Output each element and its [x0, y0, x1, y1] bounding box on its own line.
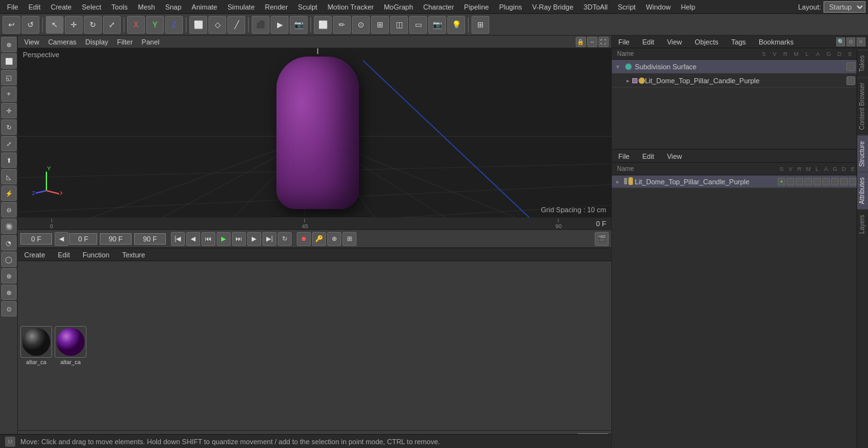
autokey-button[interactable]: 🔑 — [312, 232, 326, 246]
menu-simulate[interactable]: Simulate — [223, 2, 259, 12]
floor-button[interactable]: ▭ — [409, 16, 427, 34]
edge-mode-button[interactable]: ╱ — [227, 16, 245, 34]
light-button[interactable]: 💡 — [447, 16, 465, 34]
start-frame-input[interactable] — [20, 233, 52, 245]
undo-button[interactable]: ↩ — [3, 16, 20, 34]
motion-mode-button[interactable]: ⊕ — [327, 232, 341, 246]
attr-flag-6[interactable] — [831, 178, 839, 186]
menu-plugins[interactable]: Plugins — [494, 2, 526, 12]
sidebar-soft-select[interactable]: ◔ — [1, 235, 17, 250]
viewport-panel-menu[interactable]: Panel — [138, 37, 163, 46]
deformer-button[interactable]: ◫ — [390, 16, 408, 34]
viewport-ctrl-lock[interactable]: 🔒 — [576, 37, 586, 47]
next-keyframe-button[interactable]: ⏭ — [232, 232, 246, 246]
rotate-tool-button[interactable]: ↻ — [84, 16, 102, 34]
sidebar-rotate[interactable]: ↻ — [1, 119, 17, 135]
axis-z-button[interactable]: Z — [165, 16, 183, 34]
obj-expand-subdivision[interactable]: ▾ — [614, 63, 622, 71]
end-frame-input[interactable] — [100, 233, 132, 245]
attr-flag-7[interactable] — [840, 178, 848, 186]
material-item-1[interactable]: altar_ca — [55, 326, 86, 365]
attr-edit-menu[interactable]: Edit — [639, 152, 658, 161]
object-row-subdivision[interactable]: ▾ Subdivision Surface ✓ — [612, 60, 868, 74]
camera-button[interactable]: 📷 — [428, 16, 446, 34]
menu-3dtoall[interactable]: 3DToAll — [579, 2, 612, 12]
menu-render[interactable]: Render — [261, 2, 292, 12]
vtab-structure[interactable]: Structure — [857, 135, 868, 172]
axis-y-button[interactable]: Y — [146, 16, 164, 34]
sidebar-bevel[interactable]: ◺ — [1, 169, 17, 184]
sidebar-smooth[interactable]: ◯ — [1, 252, 17, 267]
playback-mode-button[interactable]: ⊞ — [342, 232, 356, 246]
menu-mograph[interactable]: MoGraph — [379, 2, 417, 12]
flag-s-1[interactable] — [846, 76, 855, 85]
goto-start-button[interactable]: |◀ — [171, 232, 185, 246]
attr-flag-4[interactable] — [813, 178, 821, 186]
goto-end-button[interactable]: ▶| — [262, 232, 276, 246]
material-edit-menu[interactable]: Edit — [54, 250, 74, 259]
menu-mesh[interactable]: Mesh — [133, 2, 159, 12]
vtab-attributes[interactable]: Attributes — [857, 172, 868, 209]
polygon-mode-button[interactable]: ◇ — [208, 16, 226, 34]
layout-select[interactable]: Startup — [824, 1, 865, 13]
menu-character[interactable]: Character — [419, 2, 458, 12]
sidebar-lasso[interactable]: ⌖ — [1, 86, 17, 102]
attr-flag-1[interactable] — [787, 178, 794, 186]
frame-start-arrow[interactable]: ◀ — [55, 232, 69, 246]
frame-input-1[interactable] — [69, 233, 97, 245]
scene-area[interactable]: Y X Z Perspective Grid Spacing : 10 cm — [18, 48, 611, 217]
viewport-display-menu[interactable]: Display — [81, 37, 112, 46]
viewport-filter-menu[interactable]: Filter — [113, 37, 136, 46]
menu-edit[interactable]: Edit — [24, 2, 45, 12]
viewport-view-menu[interactable]: View — [20, 37, 43, 46]
material-item-0[interactable]: altar_ca — [20, 326, 52, 365]
menu-animate[interactable]: Animate — [187, 2, 222, 12]
menu-pipeline[interactable]: Pipeline — [459, 2, 493, 12]
render-region-button[interactable]: ⬛ — [252, 16, 269, 34]
material-texture-menu[interactable]: Texture — [118, 250, 149, 259]
material-create-menu[interactable]: Create — [20, 250, 49, 259]
sidebar-brush[interactable]: ⊛ — [1, 268, 17, 283]
menu-help[interactable]: Help — [677, 2, 700, 12]
axis-x-button[interactable]: X — [127, 16, 145, 34]
sidebar-more-tools[interactable]: ⊙ — [1, 301, 17, 316]
menu-select[interactable]: Select — [78, 2, 106, 12]
attr-expand-candle[interactable]: ▸ — [614, 178, 622, 186]
move-tool-button[interactable]: ✛ — [65, 16, 83, 34]
attr-flag-eye[interactable]: ● — [778, 178, 785, 186]
attr-flag-3[interactable] — [804, 178, 812, 186]
render-active-view-button[interactable]: ▶ — [271, 16, 288, 34]
sidebar-scale[interactable]: ⤢ — [1, 136, 17, 151]
obj-file-menu[interactable]: File — [614, 37, 634, 46]
sidebar-extrude[interactable]: ⬆ — [1, 153, 17, 168]
obj-expand-candle[interactable]: ▸ — [625, 77, 632, 85]
scale-tool-button[interactable]: ⤢ — [103, 16, 121, 34]
menu-file[interactable]: File — [3, 2, 23, 12]
sidebar-box-select[interactable]: ⬜ — [1, 53, 17, 69]
prev-frame-button[interactable]: ◀ — [186, 232, 200, 246]
attr-flag-5[interactable] — [822, 178, 830, 186]
object-mode-button[interactable]: ⬜ — [189, 16, 207, 34]
nurbs-button[interactable]: ⊙ — [352, 16, 370, 34]
menu-snap[interactable]: Snap — [161, 2, 186, 12]
grid-button[interactable]: ⊞ — [471, 16, 489, 34]
play-button[interactable]: ▶ — [217, 232, 231, 246]
object-row-candle[interactable]: ▸ Lit_Dome_Top_Pillar_Candle_Purple — [612, 74, 868, 88]
redo-button[interactable]: ↺ — [22, 16, 39, 34]
viewport-ctrl-arrow[interactable]: ↔ — [587, 37, 597, 47]
pen-tool-button[interactable]: ✏ — [333, 16, 351, 34]
obj-manager-config[interactable]: ⚙ — [846, 37, 855, 46]
attr-flag-2[interactable] — [796, 178, 803, 186]
cube-button[interactable]: ⬜ — [314, 16, 332, 34]
attr-file-menu[interactable]: File — [614, 152, 634, 161]
sidebar-paint[interactable]: ⊕ — [1, 285, 17, 300]
obj-edit-menu[interactable]: Edit — [639, 37, 658, 46]
sidebar-move[interactable]: ✛ — [1, 103, 17, 118]
menu-tools[interactable]: Tools — [107, 2, 132, 12]
obj-manager-close[interactable]: ✕ — [857, 37, 865, 46]
sidebar-magnet[interactable]: 🔘 — [1, 219, 17, 234]
end-frame-input-2[interactable] — [134, 233, 166, 245]
viewport-cameras-menu[interactable]: Cameras — [44, 37, 81, 46]
material-function-menu[interactable]: Function — [79, 250, 113, 259]
vtab-layers[interactable]: Layers — [857, 209, 868, 239]
